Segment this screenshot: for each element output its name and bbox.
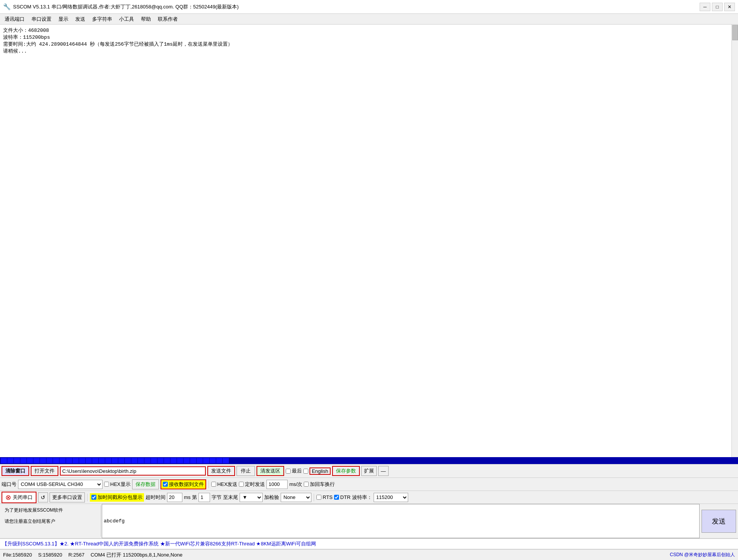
menu-contact[interactable]: 联系作者 xyxy=(155,15,181,23)
dtr-checkbox[interactable] xyxy=(334,495,339,500)
byte-input[interactable] xyxy=(199,493,210,502)
menu-send[interactable]: 发送 xyxy=(72,15,88,23)
more-settings-button[interactable]: 更多串口设置 xyxy=(50,492,85,502)
menu-help[interactable]: 帮助 xyxy=(138,15,154,23)
status-port: COM4 已打开 115200bps,8,1,None,None xyxy=(91,552,182,558)
clear-window-button[interactable]: 清除窗口 xyxy=(2,466,29,476)
bottom-left: 为了更好地发展SSCOM软件 请您注册嘉立创结尾客户 xyxy=(0,504,100,538)
checksum-select[interactable]: None xyxy=(281,493,311,502)
bottom-right xyxy=(102,504,700,538)
hex-display-checkbox[interactable] xyxy=(104,482,109,487)
receive-to-file-label[interactable]: 接收数据到文件 xyxy=(161,479,206,489)
add-timestamp-label[interactable]: 加时间戳和分包显示 xyxy=(90,493,144,502)
ticker-text: 【升级到SSCOM5.13.1】★2. ★RT-Thread中国人的开源免费操作… xyxy=(2,540,316,547)
to-end-select[interactable]: ▼ xyxy=(240,493,263,502)
menu-multistring[interactable]: 多字符串 xyxy=(89,15,115,23)
rts-checkbox-label[interactable]: RTS xyxy=(316,494,333,500)
toolbar-row2: 端口号 COM4 USB-SERIAL CH340 HEX显示 保存数据 接收数… xyxy=(0,478,738,491)
timed-send-checkbox[interactable] xyxy=(239,482,244,487)
expand-button[interactable]: 扩展 xyxy=(361,466,377,476)
port-status-icon: ⊗ xyxy=(5,493,11,502)
title-bar-left: 🔧 SSCOM V5.13.1 串口/网络数据调试器,作者:大虾丁丁,26180… xyxy=(3,3,239,10)
app-icon: 🔧 xyxy=(3,3,11,10)
hex-send-checkbox[interactable] xyxy=(211,482,216,487)
minimize-button[interactable]: ─ xyxy=(700,3,710,11)
add-crlf-checkbox[interactable] xyxy=(304,482,309,487)
toolbar-row1: 清除窗口 打开文件 发送文件 停止 清发送区 最后 English 保存参数 扩… xyxy=(0,464,738,478)
byte-unit: 字节 xyxy=(212,494,222,501)
separator1 xyxy=(208,481,209,488)
main-content: 文件大小：4682008 波特率：115200bps 需要时间:大约 424.2… xyxy=(0,25,738,457)
menu-tools[interactable]: 小工具 xyxy=(116,15,137,23)
port-label: 端口号 xyxy=(2,481,17,488)
close-port-button[interactable]: ⊗ 关闭串口 xyxy=(2,492,36,503)
menu-bar: 通讯端口 串口设置 显示 发送 多字符串 小工具 帮助 联系作者 xyxy=(0,14,738,25)
timed-send-label[interactable]: 定时发送 xyxy=(239,481,265,488)
toolbar-row3: ⊗ 关闭串口 ↺ 更多串口设置 加时间戳和分包显示 超时时间 ms 第 字节 至… xyxy=(0,491,738,504)
collapse-button[interactable]: — xyxy=(378,466,389,476)
refresh-button[interactable]: ↺ xyxy=(38,492,48,502)
separator4 xyxy=(101,505,101,537)
promo-text-1: 为了更好地发展SSCOM软件 xyxy=(3,505,97,515)
clear-send-area-button[interactable]: 清发送区 xyxy=(256,466,284,476)
progress-bar-area xyxy=(0,457,738,464)
file-path-input[interactable] xyxy=(60,466,206,476)
promo-text-2: 请您注册嘉立创结尾客户 xyxy=(3,517,97,526)
english-checkbox[interactable] xyxy=(303,469,308,474)
status-received: R:2567 xyxy=(68,552,84,558)
send-row xyxy=(102,504,700,538)
english-checkbox-label[interactable]: English xyxy=(303,467,331,475)
port-select[interactable]: COM4 USB-SERIAL CH340 xyxy=(18,480,103,489)
menu-display[interactable]: 显示 xyxy=(55,15,71,23)
timed-send-input[interactable] xyxy=(266,480,288,489)
send-file-button[interactable]: 发送文件 xyxy=(207,466,235,476)
last-checkbox[interactable] xyxy=(286,469,291,474)
checksum-label: 加检验 xyxy=(264,494,279,501)
status-file: File:1585920 xyxy=(3,552,32,558)
hex-display-label[interactable]: HEX显示 xyxy=(104,481,131,488)
last-checkbox-label[interactable]: 最后 xyxy=(286,467,302,474)
timed-send-unit: ms/次 xyxy=(289,481,302,488)
ticker-bar: 【升级到SSCOM5.13.1】★2. ★RT-Thread中国人的开源免费操作… xyxy=(0,539,738,549)
send-button-container: 发送 xyxy=(700,504,738,538)
rts-checkbox[interactable] xyxy=(316,495,321,500)
send-button[interactable]: 发送 xyxy=(702,510,736,533)
dtr-checkbox-label[interactable]: DTR xyxy=(334,494,351,500)
send-input[interactable] xyxy=(102,504,700,538)
output-area[interactable]: 文件大小：4682008 波特率：115200bps 需要时间:大约 424.2… xyxy=(0,25,738,57)
timeout-unit: ms xyxy=(184,494,190,500)
close-button[interactable]: ✕ xyxy=(724,3,735,11)
title-bar-controls: ─ □ ✕ xyxy=(700,3,735,11)
status-sent: S:1585920 xyxy=(38,552,62,558)
scrollbar-track[interactable] xyxy=(731,25,738,457)
open-file-button[interactable]: 打开文件 xyxy=(31,466,58,476)
stop-button[interactable]: 停止 xyxy=(237,466,255,476)
maximize-button[interactable]: □ xyxy=(712,3,723,11)
title-bar-title: SSCOM V5.13.1 串口/网络数据调试器,作者:大虾丁丁,2618058… xyxy=(13,3,239,10)
refresh-icon: ↺ xyxy=(41,494,45,501)
status-credit: CSDN @米奇妙妙屋幕后创始人 xyxy=(670,552,735,558)
baudrate-select[interactable]: 115200 xyxy=(374,493,408,502)
progress-segment xyxy=(0,457,230,464)
save-params-button[interactable]: 保存参数 xyxy=(332,466,360,476)
title-bar: 🔧 SSCOM V5.13.1 串口/网络数据调试器,作者:大虾丁丁,26180… xyxy=(0,0,738,14)
scrollbar-thumb[interactable] xyxy=(732,25,738,40)
add-crlf-label[interactable]: 加回车换行 xyxy=(304,481,335,488)
timeout-input[interactable] xyxy=(167,493,182,502)
menu-port-settings[interactable]: 串口设置 xyxy=(28,15,55,23)
bottom-area: 为了更好地发展SSCOM软件 请您注册嘉立创结尾客户 发送 xyxy=(0,504,738,539)
menu-communications[interactable]: 通讯端口 xyxy=(2,15,28,23)
status-bar: File:1585920 S:1585920 R:2567 COM4 已打开 1… xyxy=(0,549,738,560)
baudrate-label: 波特率： xyxy=(352,494,372,501)
byte-label: 第 xyxy=(192,494,197,501)
save-data-button[interactable]: 保存数据 xyxy=(132,479,159,489)
timeout-label: 超时时间 xyxy=(146,494,165,501)
hex-send-label[interactable]: HEX发送 xyxy=(211,481,238,488)
add-timestamp-checkbox[interactable] xyxy=(91,495,96,500)
to-end-label: 至末尾 xyxy=(223,494,238,501)
receive-to-file-checkbox[interactable] xyxy=(163,482,168,487)
separator3 xyxy=(314,494,314,501)
separator2 xyxy=(87,494,88,501)
